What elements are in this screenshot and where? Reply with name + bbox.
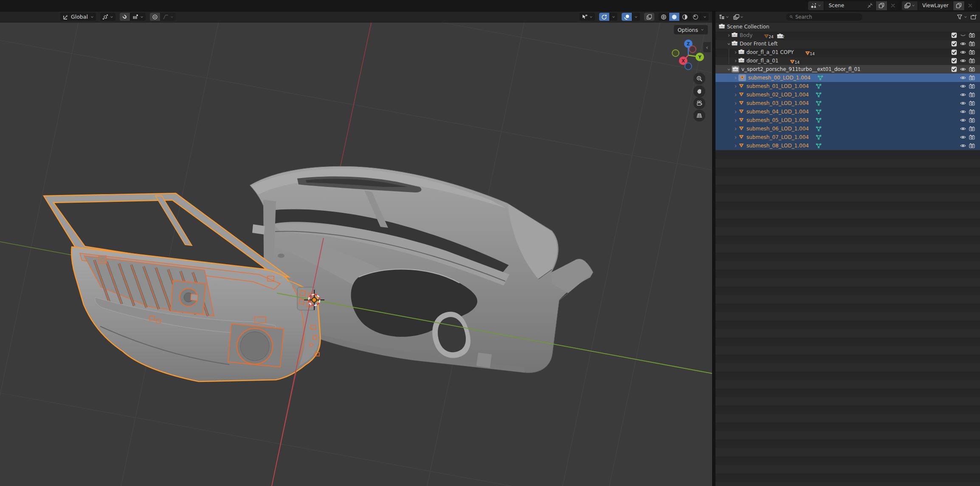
delete-view-layer-button[interactable] <box>964 1 976 10</box>
zoom-button[interactable] <box>693 73 705 85</box>
expander-closed[interactable] <box>732 93 738 97</box>
new-collection-button[interactable] <box>971 14 977 20</box>
view-layer-name-field[interactable]: ViewLayer <box>918 1 953 10</box>
expander-closed[interactable] <box>732 110 738 114</box>
pan-button[interactable] <box>693 85 705 97</box>
disable-render-toggle[interactable] <box>969 66 975 72</box>
disable-render-toggle[interactable] <box>969 109 975 115</box>
outliner-item-label[interactable]: submesh_02_LOD_1.004 <box>746 92 809 98</box>
hide-viewport-toggle[interactable] <box>960 92 966 98</box>
gizmo-dropdown[interactable] <box>609 13 617 21</box>
outliner-search[interactable] <box>786 13 862 21</box>
outliner-row[interactable]: Door Front Left <box>715 40 980 48</box>
hide-viewport-toggle[interactable] <box>960 41 966 47</box>
outliner-item-label[interactable]: submesh_04_LOD_1.004 <box>746 109 809 115</box>
falloff-dropdown[interactable] <box>160 13 176 21</box>
expander-closed[interactable] <box>732 119 738 122</box>
gizmo-y-neg-axis[interactable] <box>672 50 679 57</box>
camera-view-button[interactable] <box>693 97 705 109</box>
hide-viewport-toggle[interactable] <box>960 100 966 106</box>
outliner-item-label[interactable]: submesh_03_LOD_1.004 <box>746 100 809 106</box>
expander-closed[interactable] <box>732 144 738 148</box>
hide-viewport-toggle[interactable] <box>960 49 966 55</box>
outliner-row[interactable]: submesh_01_LOD_1.004 <box>715 82 980 90</box>
snap-toggle[interactable] <box>120 13 130 21</box>
disable-render-toggle[interactable] <box>969 58 975 64</box>
expander-closed[interactable] <box>732 51 738 54</box>
filter-icon[interactable] <box>957 14 963 20</box>
pin-icon[interactable] <box>867 3 873 8</box>
outliner-row[interactable]: submesh_04_LOD_1.004 <box>715 107 980 116</box>
outliner-row[interactable]: v_sport2_porsche_911turbo__ext01_door_fl… <box>715 65 980 73</box>
exclude-checkbox[interactable] <box>951 66 957 72</box>
gizmo-z-neg-axis[interactable] <box>685 63 692 70</box>
hide-viewport-toggle[interactable] <box>960 117 966 123</box>
disable-render-toggle[interactable] <box>969 49 975 55</box>
outliner-item-label[interactable]: submesh_07_LOD_1.004 <box>746 134 809 140</box>
outliner-row[interactable]: door_fl_a_01 COPY14 <box>715 48 980 57</box>
editor-divider[interactable] <box>712 11 715 486</box>
outliner-item-label[interactable]: submesh_00_LOD_1.004 <box>748 75 811 81</box>
disable-render-toggle[interactable] <box>969 100 975 106</box>
outliner-item-label[interactable]: submesh_01_LOD_1.004 <box>746 83 809 89</box>
outliner-row[interactable]: Scene Collection <box>715 23 980 31</box>
outliner-row[interactable]: submesh_08_LOD_1.004 <box>715 141 980 150</box>
viewport-canvas[interactable] <box>0 11 712 486</box>
outliner-row[interactable]: Body242 <box>715 31 980 40</box>
delete-scene-button[interactable] <box>887 1 898 10</box>
exclude-checkbox[interactable] <box>951 32 957 38</box>
editor-type-dropdown[interactable] <box>719 14 729 20</box>
disable-render-toggle[interactable] <box>969 126 975 132</box>
outliner-row[interactable]: submesh_02_LOD_1.004 <box>715 90 980 99</box>
hide-viewport-toggle[interactable] <box>960 75 966 81</box>
object-visibility-dropdown[interactable] <box>580 13 595 21</box>
outliner-item-label[interactable]: submesh_08_LOD_1.004 <box>746 143 809 149</box>
outliner-row[interactable]: submesh_05_LOD_1.004 <box>715 116 980 124</box>
shading-dropdown[interactable] <box>701 13 709 21</box>
transform-orientation-dropdown[interactable]: Global <box>60 13 96 21</box>
hide-viewport-toggle[interactable] <box>960 58 966 64</box>
snap-settings-dropdown[interactable] <box>130 13 146 21</box>
gizmo-x-neg-axis[interactable] <box>689 46 696 53</box>
outliner-item-label[interactable]: Scene Collection <box>727 24 769 30</box>
expander-closed[interactable] <box>732 85 738 88</box>
expander-closed[interactable] <box>732 76 738 80</box>
new-scene-button[interactable] <box>876 1 887 10</box>
show-gizmo-toggle[interactable] <box>599 13 609 21</box>
shading-solid-button[interactable] <box>669 13 679 21</box>
disable-render-toggle[interactable] <box>969 117 975 123</box>
outliner-row[interactable]: submesh_00_LOD_1.004 <box>715 73 980 82</box>
expander-closed[interactable] <box>732 127 738 131</box>
search-input[interactable] <box>795 14 850 20</box>
proportional-edit-toggle[interactable] <box>150 13 160 21</box>
options-button[interactable]: Options <box>674 25 708 34</box>
navigation-gizmo[interactable]: Z Y X <box>672 39 705 72</box>
shading-wireframe-button[interactable] <box>659 13 669 21</box>
expander-closed[interactable] <box>732 102 738 105</box>
overlays-dropdown[interactable] <box>632 13 640 21</box>
expander-closed[interactable] <box>732 59 738 63</box>
hide-viewport-toggle[interactable] <box>960 32 966 38</box>
shading-rendered-button[interactable] <box>690 13 701 21</box>
shading-material-button[interactable] <box>679 13 690 21</box>
outliner-item-label[interactable]: Body <box>740 32 752 38</box>
disable-render-toggle[interactable] <box>969 75 975 81</box>
hide-viewport-toggle[interactable] <box>960 109 966 115</box>
expander-closed[interactable] <box>732 136 738 139</box>
hide-viewport-toggle[interactable] <box>960 66 966 72</box>
view-layer-browse-button[interactable] <box>902 1 918 10</box>
xray-toggle[interactable] <box>644 13 654 21</box>
outliner-item-label[interactable]: door_fl_a_01 <box>746 58 778 64</box>
sidebar-toggle[interactable]: ‹ <box>703 42 711 52</box>
outliner-row[interactable]: door_fl_a_0114 <box>715 57 980 65</box>
perspective-toggle-button[interactable] <box>693 110 705 122</box>
outliner-item-label[interactable]: submesh_06_LOD_1.004 <box>746 126 809 132</box>
outliner-row[interactable]: submesh_03_LOD_1.004 <box>715 99 980 107</box>
new-view-layer-button[interactable] <box>953 1 964 10</box>
exclude-checkbox[interactable] <box>951 49 957 55</box>
disable-render-toggle[interactable] <box>969 32 975 38</box>
outliner-item-label[interactable]: submesh_05_LOD_1.004 <box>746 117 809 123</box>
outliner-row[interactable]: submesh_07_LOD_1.004 <box>715 133 980 141</box>
disable-render-toggle[interactable] <box>969 143 975 149</box>
outliner-item-label[interactable]: door_fl_a_01 COPY <box>746 49 794 55</box>
